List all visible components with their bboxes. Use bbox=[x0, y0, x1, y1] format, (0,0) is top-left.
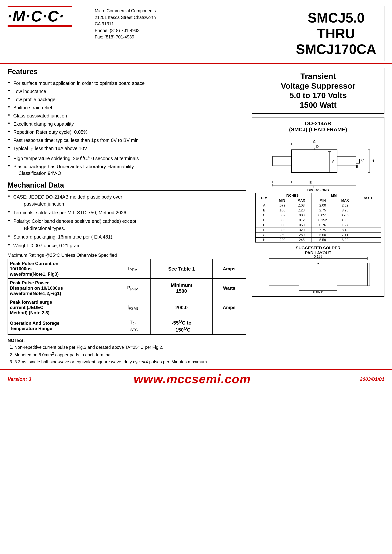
rating-value: See Table 1 bbox=[151, 259, 212, 279]
list-item: Built-in strain relief bbox=[7, 104, 246, 112]
rating-symbol: PPPM bbox=[115, 279, 151, 298]
rating-unit: Amps bbox=[212, 298, 246, 317]
svg-rect-32 bbox=[337, 263, 367, 286]
list-item: Mounted on 8.0mm2 copper pads to each te… bbox=[14, 351, 246, 358]
address-line1: 21201 Itasca Street Chatsworth bbox=[95, 14, 156, 21]
logo-area: ·M·C·C· bbox=[7, 6, 87, 27]
table-row: C.002.0080.0510.203 bbox=[256, 213, 381, 218]
svg-text:F: F bbox=[313, 185, 315, 188]
list-item: For surface mount application in order t… bbox=[7, 79, 246, 87]
product-desc: Transient Voltage Suppressor 5.0 to 170 … bbox=[256, 72, 380, 110]
rating-label: Peak forward surgecurrent (JEDECMethod) … bbox=[8, 298, 115, 317]
svg-rect-1 bbox=[273, 156, 292, 166]
rating-label: Peak Pulse PowerDisspation on 10/1000usw… bbox=[8, 279, 115, 298]
rating-value: 200.0 bbox=[151, 298, 212, 317]
footer-url: www.mccsemi.com bbox=[38, 372, 347, 386]
rating-value: -55OC to+150OC bbox=[151, 317, 212, 334]
rating-value: Minimum1500 bbox=[151, 279, 212, 298]
dim-col-note: NOTE bbox=[356, 193, 381, 203]
table-row: G.280.2805.607.11 bbox=[256, 232, 381, 237]
part-number: SMCJ5.0THRUSMCJ170CA bbox=[296, 10, 376, 57]
dim-col-mm: MM bbox=[311, 193, 356, 198]
table-row: E.030.0500.761.27 bbox=[256, 223, 381, 228]
notes-section: NOTES: Non-repetitive current pulse per … bbox=[7, 338, 246, 365]
svg-rect-2 bbox=[337, 156, 356, 166]
solder-pad-drawing: 0.185 0.121" 0.060" bbox=[263, 255, 373, 293]
right-column: Transient Voltage Suppressor 5.0 to 170 … bbox=[252, 64, 385, 365]
dim-col-min: MIN bbox=[273, 198, 291, 203]
table-row: F.305.3207.758.13 bbox=[256, 228, 381, 232]
rating-label: Peak Pulse Current on10/1000uswaveform(N… bbox=[8, 259, 115, 279]
logo: ·M·C·C· bbox=[7, 9, 64, 24]
list-item: Low inductance bbox=[7, 87, 246, 96]
list-item: Non-repetitive current pulse per Fig.3 a… bbox=[14, 343, 246, 351]
svg-text:0.060": 0.060" bbox=[313, 290, 323, 293]
svg-text:E: E bbox=[309, 181, 312, 184]
svg-text:H: H bbox=[371, 159, 374, 163]
ratings-table: Peak Pulse Current on10/1000uswaveform(N… bbox=[7, 259, 246, 335]
fax: Fax: (818) 701-4939 bbox=[95, 34, 156, 40]
logo-bar-top bbox=[7, 6, 72, 7]
mechanical-list: CASE: JEDEC DO-214AB molded plastic body… bbox=[7, 193, 246, 250]
list-item: CASE: JEDEC DO-214AB molded plastic body… bbox=[7, 193, 246, 208]
mechanical-title: Mechanical Data bbox=[7, 181, 246, 191]
list-item: Plastic package has Underwrites Laborato… bbox=[7, 162, 246, 177]
rating-symbol: TJ,TSTG bbox=[115, 317, 151, 334]
svg-text:D: D bbox=[316, 145, 319, 148]
rating-unit: Watts bbox=[212, 279, 246, 298]
dim-col-header: D/M bbox=[256, 193, 273, 203]
part-number-box: SMCJ5.0THRUSMCJ170CA bbox=[288, 6, 385, 61]
svg-marker-38 bbox=[317, 263, 319, 265]
list-item: Fast response time: typical less than 1p… bbox=[7, 136, 246, 144]
dimensions-table: D/M INCHES MM NOTE MIN MAX MIN MAX A.079… bbox=[255, 193, 381, 243]
address-line2: CA 91311 bbox=[95, 21, 156, 27]
list-item: Standard packaging: 16mm tape per ( EIA … bbox=[7, 233, 246, 241]
header: ·M·C·C· Micro Commercial Components 2120… bbox=[0, 0, 392, 64]
table-row: D.006.0120.1520.305 bbox=[256, 218, 381, 223]
svg-text:B: B bbox=[356, 165, 358, 168]
list-item: Typical ID less than 1uA above 10V bbox=[7, 144, 246, 153]
footer-date: 2003/01/01 bbox=[347, 376, 385, 382]
left-column: Features For surface mount application i… bbox=[7, 64, 252, 365]
list-item: Repetition Rate( duty cycle): 0.05% bbox=[7, 128, 246, 136]
dim-col-inches: INCHES bbox=[273, 193, 311, 198]
svg-text:0.185: 0.185 bbox=[314, 255, 322, 259]
svg-text:A: A bbox=[332, 160, 334, 163]
product-desc-box: Transient Voltage Suppressor 5.0 to 170 … bbox=[252, 68, 385, 114]
notes-title: NOTES: bbox=[7, 338, 25, 343]
list-item: Polarity: Color band denotes positive en… bbox=[7, 217, 246, 233]
dim-col-max: MAX bbox=[291, 198, 311, 203]
phone: Phone: (818) 701-4933 bbox=[95, 27, 156, 34]
max-ratings-note: Maximum Ratings @25°C Unless Otherwise S… bbox=[7, 252, 246, 258]
list-item: Weight: 0.007 ounce, 0.21 gram bbox=[7, 241, 246, 250]
svg-rect-3 bbox=[356, 159, 359, 163]
package-title: DO-214AB (SMCJ) (LEAD FRAME) bbox=[255, 120, 381, 133]
rating-unit bbox=[212, 317, 246, 334]
company-info: Micro Commercial Components 21201 Itasca… bbox=[95, 7, 156, 40]
dimensions-label: DIMENSIONS bbox=[255, 188, 381, 192]
dim-col-mm-min: MIN bbox=[311, 198, 334, 203]
rating-unit: Amps bbox=[212, 259, 246, 279]
table-row: H.220.2455.596.22 bbox=[256, 237, 381, 242]
table-row: A.079.1032.002.62 bbox=[256, 203, 381, 208]
svg-text:C: C bbox=[361, 158, 364, 162]
main-content: Features For surface mount application i… bbox=[0, 64, 392, 365]
company-name: Micro Commercial Components bbox=[95, 7, 156, 14]
footer-version: Version: 3 bbox=[7, 376, 38, 382]
features-list: For surface mount application in order t… bbox=[7, 79, 246, 177]
list-item: Glass passivated junction bbox=[7, 112, 246, 120]
svg-text:G: G bbox=[313, 140, 316, 144]
features-title: Features bbox=[7, 68, 246, 77]
package-box: DO-214AB (SMCJ) (LEAD FRAME) G bbox=[252, 117, 385, 297]
logo-bar-bottom bbox=[7, 25, 72, 27]
svg-rect-31 bbox=[269, 263, 299, 286]
list-item: Excellent clamping capability bbox=[7, 120, 246, 128]
dim-col-mm-max: MAX bbox=[334, 198, 356, 203]
solder-title: SUGGESTED SOLDER PAD LAYOUT bbox=[255, 245, 381, 255]
package-drawing: G H D A E bbox=[258, 134, 379, 188]
svg-rect-0 bbox=[292, 150, 337, 172]
list-item: Low profile package bbox=[7, 96, 246, 104]
rating-symbol: IFSM) bbox=[115, 298, 151, 317]
list-item: Terminals: solderable per MIL-STD-750, M… bbox=[7, 208, 246, 217]
notes-list: Non-repetitive current pulse per Fig.3 a… bbox=[14, 343, 246, 365]
